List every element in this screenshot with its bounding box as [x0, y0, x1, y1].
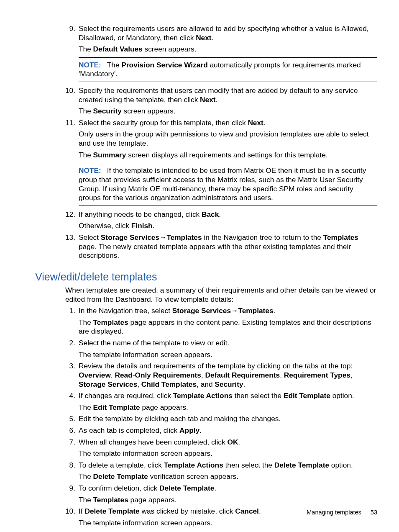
- step-number: 13.: [61, 233, 75, 242]
- step-text: To delete a template, click Template Act…: [79, 461, 377, 470]
- step-result: The template information screen appears.: [79, 350, 377, 360]
- step-6: 6. As each tab is completed, click Apply…: [35, 426, 377, 435]
- step-text: Select Storage Services→Templates in the…: [79, 233, 377, 260]
- step-number: 7.: [61, 438, 75, 447]
- step-result: The Summary screen displays all requirem…: [79, 151, 377, 160]
- step-result: The Delete Template verification screen …: [79, 472, 377, 481]
- step-result: The Default Values screen appears.: [79, 45, 377, 54]
- step-number: 2.: [61, 339, 75, 348]
- step-number: 10.: [61, 507, 75, 516]
- step-text: If changes are required, click Template …: [79, 391, 377, 401]
- step-text: As each tab is completed, click Apply.: [79, 426, 377, 435]
- step-text: Review the details and requirements of t…: [79, 362, 377, 389]
- step-number: 10.: [61, 86, 75, 95]
- page-number: 53: [371, 509, 377, 516]
- step-7: 7. When all changes have been completed,…: [35, 438, 377, 458]
- step-result: The template information screen appears.: [79, 449, 377, 458]
- step-alt: Otherwise, click Finish.: [79, 221, 377, 231]
- step-8: 8. To delete a template, click Template …: [35, 461, 377, 481]
- step-13: 13. Select Storage Services→Templates in…: [35, 233, 377, 260]
- step-number: 9.: [61, 24, 75, 33]
- step-5: 5. Edit the template by clicking each ta…: [35, 414, 377, 424]
- step-result: The Templates page appears in the conten…: [79, 318, 377, 336]
- step-12: 12. If anything needs to be changed, cli…: [35, 210, 377, 231]
- step-detail: Only users in the group with permissions…: [79, 130, 377, 148]
- step-number: 9.: [61, 484, 75, 493]
- step-text: To confirm deletion, click Delete Templa…: [79, 484, 377, 493]
- step-number: 1.: [61, 306, 75, 316]
- step-11: 11. Select the security group for this t…: [35, 118, 377, 206]
- procedure-list-1: 9. Select the requirements users are all…: [35, 24, 377, 260]
- step-result: The Edit Template page appears.: [79, 403, 377, 412]
- step-number: 6.: [61, 426, 75, 435]
- step-text: When all changes have been completed, cl…: [79, 438, 377, 447]
- step-10: 10. Specify the requirements that users …: [35, 86, 377, 116]
- section-heading-view-edit-delete: View/edit/delete templates: [35, 270, 377, 283]
- step-text: If anything needs to be changed, click B…: [79, 210, 377, 219]
- step-number: 5.: [61, 414, 75, 424]
- page-footer: Managing templates 53: [307, 509, 377, 516]
- note-box: NOTE:The Provision Service Wizard automa…: [79, 57, 377, 82]
- step-number: 4.: [61, 391, 75, 401]
- footer-section-title: Managing templates: [307, 509, 361, 516]
- note-label: NOTE:: [79, 61, 107, 69]
- step-2: 2. Select the name of the template to vi…: [35, 339, 377, 359]
- step-text: Select the security group for this templ…: [79, 118, 377, 128]
- step-number: 3.: [61, 362, 75, 371]
- step-text: Select the name of the template to view …: [79, 339, 377, 348]
- step-result: The Templates page appears.: [79, 496, 377, 505]
- section-intro: When templates are created, a summary of…: [65, 286, 377, 304]
- note-box: NOTE:If the template is intended to be u…: [79, 163, 377, 206]
- step-text: Select the requirements users are allowe…: [79, 24, 377, 42]
- procedure-list-2: 1. In the Navigation tree, select Storag…: [35, 306, 377, 527]
- step-9b: 9. To confirm deletion, click Delete Tem…: [35, 484, 377, 504]
- step-result: The template information screen appears.: [79, 519, 377, 528]
- step-number: 12.: [61, 210, 75, 219]
- step-text: In the Navigation tree, select Storage S…: [79, 306, 377, 316]
- step-3: 3. Review the details and requirements o…: [35, 362, 377, 389]
- step-number: 11.: [61, 118, 75, 128]
- step-number: 8.: [61, 461, 75, 470]
- note-label: NOTE:: [79, 166, 107, 175]
- step-text: Specify the requirements that users can …: [79, 86, 377, 104]
- step-4: 4. If changes are required, click Templa…: [35, 391, 377, 412]
- step-1: 1. In the Navigation tree, select Storag…: [35, 306, 377, 336]
- step-result: The Security screen appears.: [79, 107, 377, 116]
- step-9: 9. Select the requirements users are all…: [35, 24, 377, 82]
- step-text: Edit the template by clicking each tab a…: [79, 414, 377, 424]
